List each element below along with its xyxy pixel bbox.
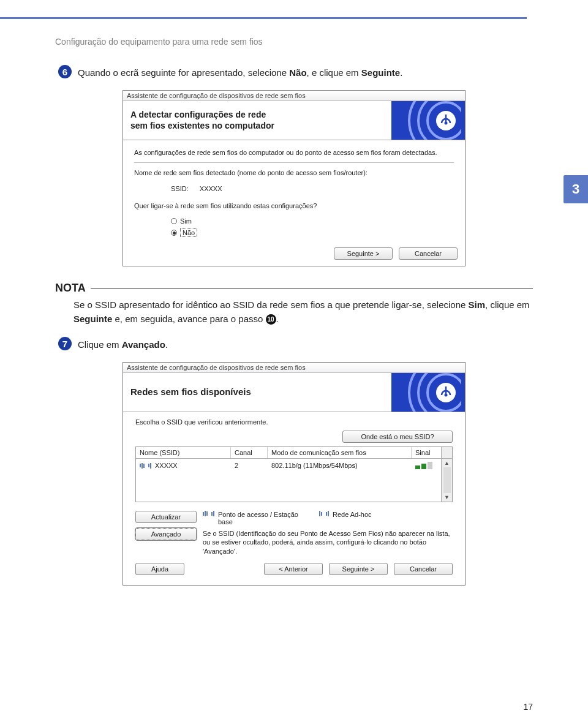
radio-icon: [171, 230, 177, 236]
radio-icon: [171, 218, 177, 224]
dlg1-detected-label: Nome de rede sem fios detectado (nome do…: [134, 167, 454, 179]
legend-ap-label: Ponto de acesso / Estação base: [218, 511, 304, 525]
step-7-text: Clique em Avançado.: [78, 337, 168, 351]
top-rule: [0, 17, 527, 19]
signal-icon: [326, 511, 329, 516]
wifi-icon: [391, 373, 465, 412]
update-button[interactable]: Actualizar: [135, 511, 197, 523]
divider: [134, 162, 454, 163]
ap-icon: [203, 511, 208, 516]
cancel-button[interactable]: Cancelar: [394, 563, 453, 575]
nota-t2: , clique em: [485, 299, 530, 310]
section-header: Configuração do equipamento para uma red…: [55, 37, 533, 47]
where-ssid-button[interactable]: Onde está o meu SSID?: [342, 431, 453, 443]
wizard-dialog-networks: Assistente de configuração de dispositiv…: [123, 362, 466, 586]
nota-t1: Se o SSID apresentado for idêntico ao SS…: [74, 299, 469, 310]
ssid-value: XXXXX: [200, 185, 222, 192]
dialog2-titlebar: Assistente de configuração de dispositiv…: [123, 363, 465, 373]
step-7: 7 Clique em Avançado.: [58, 337, 533, 351]
chapter-tab: 3: [564, 175, 588, 203]
advanced-button[interactable]: Avançado: [135, 528, 197, 540]
row-modo: 802.11b/g (11Mbps/54Mbps): [268, 460, 412, 471]
dialog2-title: Redes sem fios disponíveis: [130, 386, 384, 398]
nota-t3: e, em seguida, avance para o passo: [112, 314, 265, 324]
nota-sim: Sim: [469, 299, 486, 310]
scroll-up-icon[interactable]: ▲: [444, 460, 450, 466]
step-badge-6: 6: [58, 65, 72, 78]
dialog-header: A detectar configurações de rede sem fio…: [123, 101, 465, 140]
dlg1-question: Quer ligar-se à rede sem fios utilizando…: [134, 198, 454, 216]
row-ssid: XXXXX: [155, 462, 178, 469]
step7-avancado: Avançado: [122, 339, 165, 350]
cancel-button[interactable]: Cancelar: [399, 247, 458, 260]
scrollbar[interactable]: ▲ ▼: [441, 459, 452, 502]
network-row[interactable]: XXXXX 2 802.11b/g (11Mbps/54Mbps): [136, 459, 441, 502]
radio-sim-label: Sim: [180, 217, 192, 225]
dlg2-hint: Se o SSID (Identificação do seu Ponto de…: [203, 529, 453, 556]
row-canal: 2: [231, 460, 268, 471]
signal-icon: [211, 511, 214, 516]
step6-nao: Não: [289, 67, 306, 78]
nota-block: NOTA Se o SSID apresentado for idêntico …: [55, 282, 533, 326]
dlg1-intro: As configurações de rede sem fios do com…: [134, 146, 454, 159]
adhoc-icon: [319, 511, 322, 516]
dialog-title-l1: A detectar configurações de rede: [130, 110, 384, 121]
dialog-title-l2: sem fios existentes no computador: [130, 121, 384, 132]
step6-t3: .: [400, 67, 402, 78]
col-ssid[interactable]: Nome (SSID): [136, 447, 231, 458]
radio-nao[interactable]: Não: [134, 227, 454, 239]
step-badge-7: 7: [58, 337, 72, 350]
wizard-dialog-detect: Assistente de configuração de dispositiv…: [123, 90, 466, 266]
help-button[interactable]: Ajuda: [135, 563, 184, 575]
nota-text: Se o SSID apresentado for idêntico ao SS…: [55, 295, 533, 326]
network-list: Nome (SSID) Canal Modo de comunicação se…: [135, 446, 453, 502]
step7-t2: .: [165, 339, 168, 350]
step6-t2: , e clique em: [307, 67, 361, 78]
scroll-head: [441, 447, 452, 458]
next-button[interactable]: Seguinte >: [334, 247, 393, 260]
radio-nao-label: Não: [180, 228, 197, 237]
step6-t1: Quando o ecrã seguinte for apresentado, …: [78, 67, 289, 78]
col-sinal[interactable]: Sinal: [412, 447, 441, 458]
step-ref-badge: 10: [266, 314, 276, 325]
step6-seguinte: Seguinte: [361, 67, 400, 78]
dialog2-header: Redes sem fios disponíveis: [123, 373, 465, 412]
nota-title: NOTA: [55, 282, 86, 295]
nota-t4: .: [276, 314, 279, 324]
svg-point-4: [445, 121, 448, 124]
ap-icon: [140, 463, 145, 469]
dialog-titlebar: Assistente de configuração de dispositiv…: [123, 91, 465, 101]
legend: Ponto de acesso / Estação base Rede Ad-h…: [203, 511, 453, 525]
step-6-text: Quando o ecrã seguinte for apresentado, …: [78, 65, 402, 79]
svg-point-10: [445, 393, 448, 396]
signal-icon: [148, 463, 151, 469]
radio-sim[interactable]: Sim: [134, 216, 454, 227]
page-number: 17: [523, 702, 533, 712]
scroll-down-icon[interactable]: ▼: [444, 494, 450, 500]
nota-rule: [91, 288, 533, 288]
prev-button[interactable]: < Anterior: [264, 563, 323, 575]
wifi-icon: [391, 101, 465, 140]
list-header: Nome (SSID) Canal Modo de comunicação se…: [136, 446, 452, 459]
ssid-label: SSID:: [171, 185, 189, 192]
signal-bars-icon: [415, 462, 432, 469]
col-canal[interactable]: Canal: [231, 447, 268, 458]
step7-t1: Clique em: [78, 339, 122, 350]
step-6: 6 Quando o ecrã seguinte for apresentado…: [58, 65, 533, 79]
nota-seguinte: Seguinte: [74, 314, 112, 324]
legend-adhoc-label: Rede Ad-hoc: [333, 511, 372, 518]
ssid-row: SSID: XXXXX: [134, 179, 454, 198]
col-modo[interactable]: Modo de comunicação sem fios: [268, 447, 412, 458]
dlg2-intro: Escolha o SSID que verificou anteriormen…: [123, 418, 465, 429]
next-button[interactable]: Seguinte >: [329, 563, 388, 575]
